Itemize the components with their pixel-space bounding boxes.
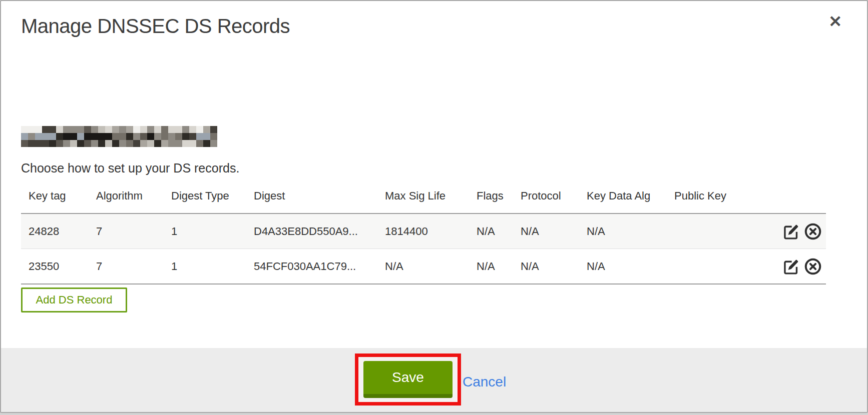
- cell-digest-type: 1: [164, 214, 246, 249]
- header-key-data-alg: Key Data Alg: [579, 182, 667, 214]
- edit-record-button[interactable]: [783, 223, 800, 240]
- header-max-sig-life: Max Sig Life: [377, 182, 469, 214]
- table-header-row: Key tag Algorithm Digest Type Digest Max…: [21, 182, 826, 214]
- delete-record-button[interactable]: [804, 258, 822, 276]
- close-icon[interactable]: ✕: [825, 13, 845, 30]
- ds-records-body: 24828 7 1 D4A33E8DD550A9... 1814400 N/A …: [21, 214, 826, 284]
- header-key-tag: Key tag: [21, 182, 89, 214]
- cell-key-tag: 24828: [21, 214, 89, 249]
- cell-key-tag: 23550: [21, 249, 89, 284]
- red-highlight-annotation: Save: [355, 354, 461, 406]
- redacted-domain-name: [21, 126, 217, 147]
- header-algorithm: Algorithm: [89, 182, 164, 214]
- cell-protocol: N/A: [513, 214, 579, 249]
- cell-actions: [752, 249, 826, 284]
- delete-record-button[interactable]: [804, 222, 822, 240]
- cell-digest: 54FCF030AA1C79...: [246, 249, 377, 284]
- ds-record-row: 24828 7 1 D4A33E8DD550A9... 1814400 N/A …: [21, 214, 826, 249]
- add-ds-record-button[interactable]: Add DS Record: [21, 288, 127, 312]
- cancel-link[interactable]: Cancel: [463, 374, 506, 390]
- header-flags: Flags: [469, 182, 513, 214]
- cell-protocol: N/A: [513, 249, 579, 284]
- cell-algorithm: 7: [89, 214, 164, 249]
- ds-records-table: Key tag Algorithm Digest Type Digest Max…: [21, 182, 826, 284]
- edit-icon: [783, 234, 800, 242]
- header-public-key: Public Key: [667, 182, 752, 214]
- cell-max-sig-life: 1814400: [377, 214, 469, 249]
- header-protocol: Protocol: [513, 182, 579, 214]
- cell-flags: N/A: [469, 214, 513, 249]
- cell-digest: D4A33E8DD550A9...: [246, 214, 377, 249]
- header-actions: [752, 182, 826, 214]
- delete-icon: [804, 270, 822, 277]
- cell-actions: [752, 214, 826, 249]
- edit-icon: [783, 269, 800, 276]
- ds-record-row: 23550 7 1 54FCF030AA1C79... N/A N/A N/A …: [21, 249, 826, 284]
- delete-icon: [804, 234, 822, 242]
- cell-algorithm: 7: [89, 249, 164, 284]
- setup-instruction-text: Choose how to set up your DS records.: [21, 161, 239, 176]
- cell-public-key: [667, 214, 752, 249]
- cell-key-data-alg: N/A: [579, 249, 667, 284]
- header-digest-type: Digest Type: [164, 182, 246, 214]
- cell-key-data-alg: N/A: [579, 214, 667, 249]
- save-button[interactable]: Save: [363, 361, 453, 398]
- dialog-title: Manage DNSSEC DS Records: [21, 15, 290, 38]
- header-digest: Digest: [246, 182, 377, 214]
- edit-record-button[interactable]: [783, 258, 800, 275]
- cell-public-key: [667, 249, 752, 284]
- cell-flags: N/A: [469, 249, 513, 284]
- cell-digest-type: 1: [164, 249, 246, 284]
- manage-dnssec-ds-records-dialog: Manage DNSSEC DS Records ✕ Choose how to…: [0, 0, 868, 413]
- cell-max-sig-life: N/A: [377, 249, 469, 284]
